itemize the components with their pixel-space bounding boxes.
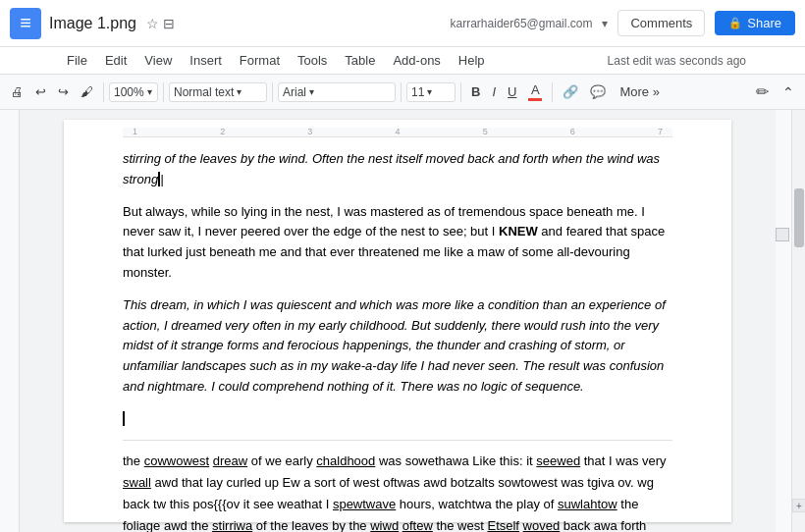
cursor-line: [123, 409, 672, 430]
menu-view[interactable]: View: [136, 50, 180, 71]
word-stirriwa: stirriwa: [212, 518, 252, 532]
ruler-marks: 1234567: [123, 128, 672, 137]
doc-paragraph-2[interactable]: But always, while so lying in the nest, …: [123, 202, 672, 284]
word-chaldhood: chaldhood: [316, 453, 375, 468]
toolbar-divider-2: [163, 82, 164, 102]
top-bar: ≡ Image 1.png ☆ ⊟ karrarhaider65@gmail.c…: [0, 0, 805, 47]
scroll-thumb[interactable]: [794, 188, 804, 247]
docs-logo: ≡: [20, 12, 31, 34]
bottom-section[interactable]: the cowwowest dreaw of we early chaldhoo…: [123, 451, 672, 532]
style-select[interactable]: Normal text ▾: [169, 82, 267, 102]
word-etself: Etself: [487, 518, 519, 532]
comments-button[interactable]: Comments: [617, 10, 705, 36]
doc-title: Image 1.png ☆ ⊟: [49, 15, 443, 32]
undo-btn[interactable]: ↩: [30, 81, 51, 102]
menu-addons[interactable]: Add-ons: [385, 50, 448, 71]
star-icon[interactable]: ☆: [146, 16, 159, 31]
toolbar-right: ✏ ⌃: [751, 80, 799, 104]
underline-btn[interactable]: U: [503, 81, 521, 102]
toolbar-divider-3: [272, 82, 273, 102]
link-btn[interactable]: 🔗: [558, 81, 583, 102]
lock-icon: 🔒: [728, 17, 742, 29]
plus-icon: +: [796, 501, 802, 511]
last-edit-status: Last edit was seconds ago: [608, 54, 746, 68]
doc-name: Image 1.png: [49, 15, 136, 32]
doc-paragraph-3[interactable]: This dream, in which I was quiescent and…: [123, 295, 672, 398]
app-icon: ≡: [10, 8, 41, 39]
collapse-toolbar-btn[interactable]: ⌃: [778, 81, 799, 103]
para3-text: This dream, in which I was quiescent and…: [123, 297, 666, 394]
toolbar-divider-4: [401, 82, 402, 102]
document-page[interactable]: 1234567 stirring of the leaves by the wi…: [64, 120, 731, 522]
page-ruler: 1234567: [64, 128, 731, 139]
share-label: Share: [747, 16, 781, 30]
user-email: karrarhaider65@gmail.com: [451, 17, 593, 30]
menu-bar: File Edit View Insert Format Tools Table…: [0, 47, 805, 75]
menu-file[interactable]: File: [59, 50, 95, 71]
word-spewtwave: spewtwave: [333, 497, 396, 511]
word-cowwowest: cowwowest: [144, 453, 209, 468]
print-btn[interactable]: 🖨: [6, 81, 28, 102]
ruler-scroll-marker: [776, 228, 789, 241]
menu-insert[interactable]: Insert: [182, 50, 230, 71]
doc-title-area: Image 1.png ☆ ⊟: [49, 15, 443, 32]
ruler-left: [0, 110, 20, 532]
word-woved: woved: [523, 518, 561, 532]
ruler-right: [776, 110, 791, 532]
word-wiwd: wiwd: [370, 518, 399, 532]
menu-format[interactable]: Format: [232, 50, 288, 71]
comment-inline-btn[interactable]: 💬: [585, 81, 611, 102]
top-right-area: karrarhaider65@gmail.com ▾ Comments 🔒 Sh…: [451, 10, 795, 36]
text-color-btn[interactable]: A: [523, 80, 547, 104]
word-oftew: oftew: [402, 518, 433, 532]
text-cursor: [123, 411, 129, 426]
zoom-value: 100%: [114, 85, 144, 99]
menu-help[interactable]: Help: [451, 50, 493, 71]
section-divider: [123, 440, 672, 441]
zoom-caret: ▾: [147, 86, 152, 97]
size-value: 11: [411, 85, 424, 99]
style-caret: ▾: [237, 86, 242, 97]
font-caret: ▾: [309, 86, 314, 97]
folder-icon[interactable]: ⊟: [163, 16, 175, 31]
font-select[interactable]: Arial ▾: [278, 82, 396, 102]
dropdown-arrow[interactable]: ▾: [602, 17, 608, 30]
more-btn[interactable]: More »: [615, 81, 664, 102]
toolbar-divider-5: [460, 82, 461, 102]
cursor-1: |: [158, 172, 163, 186]
document-area: 1234567 stirring of the leaves by the wi…: [0, 110, 805, 532]
menu-edit[interactable]: Edit: [97, 50, 134, 71]
color-a-indicator: A: [528, 82, 542, 101]
menu-tools[interactable]: Tools: [290, 50, 335, 71]
doc-paragraph-1[interactable]: stirring of the leaves by the wind. Ofte…: [123, 149, 672, 190]
color-a-letter: A: [531, 82, 540, 97]
size-select[interactable]: 11 ▾: [406, 82, 456, 102]
bottom-para-1[interactable]: the cowwowest dreaw of we early chaldhoo…: [123, 451, 672, 532]
style-value: Normal text: [174, 85, 234, 99]
edit-mode-btn[interactable]: ✏: [751, 80, 774, 104]
toolbar: 🖨 ↩ ↪ 🖌 100% ▾ Normal text ▾ Arial ▾ 11 …: [0, 75, 805, 110]
word-seewed: seewed: [536, 453, 580, 468]
share-button[interactable]: 🔒 Share: [715, 11, 795, 35]
page-area[interactable]: 1234567 stirring of the leaves by the wi…: [20, 110, 776, 532]
word-dreaw: dreaw: [213, 453, 247, 468]
size-caret: ▾: [427, 86, 432, 97]
word-suwlahtow: suwlahtow: [558, 497, 617, 511]
font-value: Arial: [283, 85, 306, 99]
redo-btn[interactable]: ↪: [53, 81, 74, 102]
para2-knew: KNEW: [499, 224, 538, 239]
color-bar: [528, 98, 542, 101]
zoom-select[interactable]: 100% ▾: [109, 82, 158, 102]
italic-btn[interactable]: I: [487, 81, 501, 102]
toolbar-divider-1: [103, 82, 104, 102]
bold-btn[interactable]: B: [466, 81, 485, 102]
scrollbar[interactable]: +: [791, 110, 805, 532]
doc-title-icons: ☆ ⊟: [146, 16, 175, 31]
para1-text: stirring of the leaves by the wind. Ofte…: [123, 151, 660, 186]
scroll-square[interactable]: +: [792, 499, 805, 512]
para2-text: But always, while so lying in the nest, …: [123, 204, 665, 280]
menu-table[interactable]: Table: [337, 50, 383, 71]
word-swall: swall: [123, 475, 151, 490]
paint-format-btn[interactable]: 🖌: [76, 81, 98, 102]
toolbar-divider-6: [552, 82, 553, 102]
